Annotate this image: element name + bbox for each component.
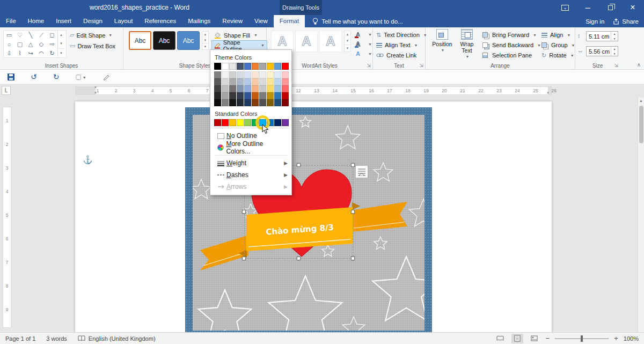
height-up-icon[interactable]: ▲ [611,32,618,36]
tab-home[interactable]: Home [22,15,50,27]
theme-shade-swatch[interactable] [282,78,289,85]
shape-style-thumb[interactable]: Abc [129,31,151,50]
theme-shade-swatch[interactable] [252,99,259,106]
draw-text-box-button[interactable]: ▭ Draw Text Box [70,42,115,49]
shape-icon[interactable]: ↪ [25,49,36,58]
theme-shade-swatch[interactable] [222,78,229,85]
tab-mailings[interactable]: Mailings [182,15,216,27]
shape-icon[interactable]: ↻ [47,49,57,58]
wordart-more-icon[interactable]: ▼ [345,45,350,52]
theme-shade-swatch[interactable] [274,71,281,78]
shape-width-input[interactable]: 5.56 cm ▲▼ [586,46,618,56]
standard-color-swatch[interactable] [214,119,221,126]
theme-color-swatch[interactable] [229,63,236,70]
theme-shade-swatch[interactable] [214,99,221,106]
shape-icon[interactable]: ◠ [36,49,47,58]
zoom-out-button[interactable]: − [546,334,550,342]
save-icon[interactable] [8,74,14,80]
wordart-style-thumb[interactable]: A [295,31,318,52]
wrap-text-button[interactable]: Wrap Text▼ [455,29,479,58]
share-button[interactable]: Share [613,18,639,25]
theme-shade-swatch[interactable] [214,85,221,92]
shape-style-thumb[interactable]: Abc [153,31,175,50]
standard-color-swatch[interactable] [274,119,281,126]
shape-icon[interactable]: ○ [4,40,14,49]
scrollbar-thumb[interactable] [639,106,643,143]
tab-design[interactable]: Design [77,15,108,27]
redo-icon[interactable]: ↻ [53,72,60,81]
wordart-style-thumb[interactable]: A [271,31,294,52]
zoom-slider[interactable] [555,338,609,339]
tab-references[interactable]: References [138,15,182,27]
theme-color-swatch[interactable] [237,63,244,70]
tell-me-box[interactable]: Tell me what you want to do... [312,15,403,27]
theme-shade-swatch[interactable] [267,92,274,99]
theme-shade-swatch[interactable] [282,92,289,99]
shape-icon[interactable]: ♡ [14,31,25,40]
theme-shade-swatch[interactable] [267,85,274,92]
shape-gallery-scrollbar[interactable]: ▲ ▼ ▼ [57,31,64,57]
zoom-slider-thumb[interactable] [581,335,583,342]
height-spinner[interactable]: ▲▼ [611,32,618,41]
theme-shade-swatch[interactable] [214,78,221,85]
theme-shade-swatch[interactable] [229,78,236,85]
more-outline-colors-item[interactable]: More Outline Colors... [210,142,291,153]
theme-color-swatch[interactable] [259,63,266,70]
theme-shade-swatch[interactable] [222,85,229,92]
theme-shade-swatch[interactable] [222,99,229,106]
theme-shade-swatch[interactable] [244,78,251,85]
theme-shade-swatch[interactable] [259,85,266,92]
theme-shade-swatch[interactable] [244,85,251,92]
zoom-level[interactable]: 100% [624,335,639,342]
standard-color-swatch-hovered[interactable] [259,119,266,126]
rotate-button[interactable]: ↻ Rotate▼ [541,50,574,60]
standard-color-swatch[interactable] [244,119,251,126]
selection-handle-s[interactable] [297,257,301,260]
theme-shade-swatch[interactable] [267,71,274,78]
align-button[interactable]: Align▼ [541,30,570,40]
standard-color-swatch[interactable] [237,119,244,126]
width-down-icon[interactable]: ▼ [611,52,618,56]
theme-shade-swatch[interactable] [237,85,244,92]
theme-shade-swatch[interactable] [252,71,259,78]
theme-shade-swatch[interactable] [244,99,251,106]
scroll-up-icon[interactable]: ▲ [638,97,644,105]
text-effects-button[interactable]: A ▼ [356,49,372,58]
theme-shade-swatch[interactable] [259,78,266,85]
theme-color-swatch[interactable] [214,63,221,70]
wordart-down-icon[interactable]: ▼ [345,38,350,44]
theme-shade-swatch[interactable] [274,85,281,92]
height-down-icon[interactable]: ▼ [611,36,618,41]
text-fill-button[interactable]: A ▼ [356,30,372,39]
theme-shade-swatch[interactable] [252,92,259,99]
right-indent-marker[interactable]: ▲ [546,91,550,94]
send-backward-button[interactable]: Send Backward▼ [482,40,541,50]
standard-color-swatch[interactable] [222,119,229,126]
theme-shade-swatch[interactable] [274,78,281,85]
styles-down-icon[interactable]: ▼ [202,38,208,43]
tab-layout[interactable]: Layout [108,15,139,27]
theme-shade-swatch[interactable] [282,71,289,78]
theme-shade-swatch[interactable] [229,85,236,92]
tab-view[interactable]: View [248,15,274,27]
theme-shade-swatch[interactable] [237,92,244,99]
layout-options-button[interactable] [355,165,368,178]
theme-color-swatch[interactable] [282,63,289,70]
width-up-icon[interactable]: ▲ [611,47,618,52]
zoom-in-button[interactable]: + [614,334,618,342]
tab-selector[interactable]: L [2,86,11,95]
restore-button[interactable] [599,0,621,15]
shape-icon[interactable]: ⇨ [47,40,57,49]
pen-icon[interactable] [103,73,110,80]
text-dialog-launcher-icon[interactable]: ⇲ [419,63,423,68]
position-button[interactable]: Position▼ [430,29,455,52]
theme-color-swatch[interactable] [252,63,259,70]
theme-shade-swatch[interactable] [237,71,244,78]
selection-handle-sw[interactable] [242,257,246,260]
web-layout-button[interactable] [529,334,540,343]
selection-handle-se[interactable] [351,257,355,260]
tab-insert[interactable]: Insert [50,15,77,27]
selection-handle-ne[interactable] [351,163,355,167]
theme-color-swatch[interactable] [222,63,229,70]
contextual-tab-group-drawing-tools[interactable]: Drawing Tools [280,0,322,15]
